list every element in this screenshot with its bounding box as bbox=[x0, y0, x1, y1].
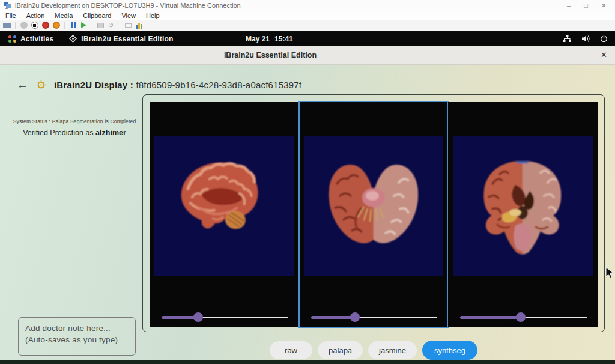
slider-thumb[interactable] bbox=[193, 312, 203, 322]
menu-action[interactable]: Action bbox=[26, 12, 45, 19]
save-icon[interactable] bbox=[52, 22, 60, 29]
prediction-value: alzhimer bbox=[95, 129, 126, 137]
vm-toolbar: ↻ bbox=[0, 20, 615, 31]
back-button[interactable]: ← bbox=[17, 79, 28, 91]
network-icon bbox=[563, 35, 572, 43]
mode-button-row: raw palapa jasmine synthseg bbox=[142, 341, 605, 360]
insights-icon[interactable] bbox=[135, 22, 143, 29]
system-status-area[interactable] bbox=[563, 31, 610, 46]
palapa-button[interactable]: palapa bbox=[318, 341, 363, 359]
minimize-button[interactable]: – bbox=[567, 1, 571, 10]
note-placeholder-line2: (Auto-saves as you type) bbox=[25, 334, 129, 345]
prediction-text: Verified Prediction as alzhimer bbox=[8, 129, 141, 137]
gear-icon bbox=[36, 80, 46, 90]
display-header: ← iBrain2U Display : f8fd6509-9b16-4c28-… bbox=[17, 79, 301, 91]
menu-clipboard[interactable]: Clipboard bbox=[83, 12, 111, 19]
system-status-text: System Status : Palapa Segmentation is C… bbox=[8, 118, 141, 124]
toolbar-separator bbox=[92, 22, 92, 29]
axial-view[interactable] bbox=[299, 102, 449, 327]
app-indicator-icon bbox=[69, 35, 77, 43]
maximize-button[interactable]: □ bbox=[584, 1, 588, 10]
pause-icon[interactable] bbox=[69, 22, 77, 29]
note-placeholder-line1: Add doctor note here... bbox=[25, 323, 129, 334]
sagittal-slice-slider[interactable] bbox=[162, 312, 288, 322]
gnome-top-bar: Activities iBrain2u Essential Edition Ma… bbox=[0, 31, 615, 46]
axial-slice-slider[interactable] bbox=[311, 312, 438, 322]
doctor-note-input[interactable]: Add doctor note here... (Auto-saves as y… bbox=[18, 317, 136, 356]
display-title: iBrain2U Display : bbox=[54, 80, 133, 90]
activities-label: Activities bbox=[20, 35, 53, 43]
revert-icon[interactable]: ↻ bbox=[108, 22, 115, 29]
vm-window-title: iBrain2u Development on DESKTOP-LO7U3H9 … bbox=[15, 2, 567, 9]
close-button[interactable]: ✕ bbox=[601, 1, 607, 10]
clock-time: 15:41 bbox=[274, 35, 293, 43]
app-window-title: iBrain2u Essential Edition bbox=[224, 51, 317, 59]
slider-thumb[interactable] bbox=[516, 312, 526, 322]
display-uuid: f8fd6509-9b16-4c28-93d8-a0acf615397f bbox=[136, 80, 301, 90]
raw-button[interactable]: raw bbox=[270, 341, 312, 359]
viewer-panel bbox=[142, 94, 605, 332]
vm-app-icon bbox=[4, 2, 11, 9]
bottom-strip bbox=[0, 360, 615, 364]
slider-thumb[interactable] bbox=[350, 312, 360, 322]
enhanced-session-icon[interactable] bbox=[124, 22, 132, 29]
vm-menubar: File Action Media Clipboard View Help bbox=[0, 11, 615, 20]
app-main: ← iBrain2U Display : f8fd6509-9b16-4c28-… bbox=[0, 65, 615, 360]
checkpoint-icon[interactable] bbox=[97, 22, 105, 29]
app-indicator[interactable]: iBrain2u Essential Edition bbox=[69, 35, 173, 43]
axial-scan-image bbox=[304, 136, 444, 276]
mouse-cursor bbox=[605, 267, 614, 279]
jasmine-button[interactable]: jasmine bbox=[368, 341, 417, 359]
toolbar-separator bbox=[64, 22, 65, 29]
sagittal-scan-image bbox=[154, 136, 294, 276]
power-icon[interactable] bbox=[20, 22, 28, 29]
screen: iBrain2u Development on DESKTOP-LO7U3H9 … bbox=[0, 0, 615, 364]
coronal-scan-image bbox=[453, 136, 593, 276]
sagittal-view[interactable] bbox=[150, 102, 299, 327]
app-indicator-label: iBrain2u Essential Edition bbox=[81, 35, 173, 43]
app-close-button[interactable]: ✕ bbox=[601, 50, 607, 59]
start-icon[interactable] bbox=[80, 22, 88, 29]
menu-media[interactable]: Media bbox=[55, 12, 73, 19]
menu-file[interactable]: File bbox=[5, 12, 16, 19]
toolbar-separator bbox=[120, 22, 120, 29]
app-titlebar: iBrain2u Essential Edition ✕ bbox=[0, 46, 615, 65]
clock[interactable]: May 21 15:41 bbox=[246, 31, 293, 46]
ctrl-alt-del-icon[interactable] bbox=[3, 22, 11, 29]
volume-icon bbox=[581, 35, 590, 43]
menu-view[interactable]: View bbox=[121, 12, 136, 19]
activities-icon bbox=[8, 35, 16, 43]
coronal-view[interactable] bbox=[448, 102, 598, 327]
turn-off-icon[interactable] bbox=[31, 22, 38, 29]
activities-button[interactable]: Activities bbox=[8, 35, 53, 43]
power-icon bbox=[600, 35, 608, 43]
synthseg-button[interactable]: synthseg bbox=[422, 341, 477, 360]
toolbar-separator bbox=[15, 22, 16, 29]
shut-down-icon[interactable] bbox=[41, 22, 49, 29]
clock-date: May 21 bbox=[246, 35, 270, 43]
menu-help[interactable]: Help bbox=[146, 12, 160, 19]
vm-titlebar: iBrain2u Development on DESKTOP-LO7U3H9 … bbox=[0, 0, 615, 11]
coronal-slice-slider[interactable] bbox=[460, 312, 587, 322]
